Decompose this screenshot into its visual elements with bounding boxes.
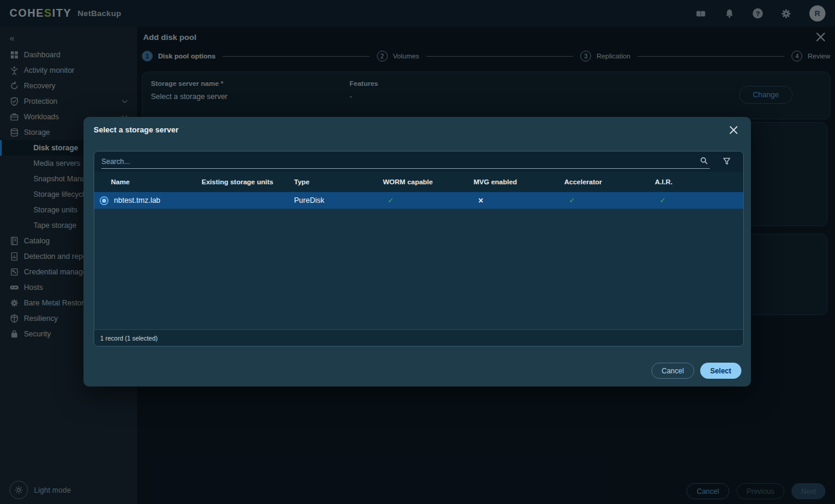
row-radio-selected[interactable] (100, 196, 109, 205)
column-header-name[interactable]: Name (94, 178, 202, 185)
search-icon (700, 156, 709, 165)
select-storage-server-dialog: Select a storage server Name Existing st… (84, 117, 751, 386)
dialog-cancel-button[interactable]: Cancel (651, 363, 694, 379)
table-header-row: Name Existing storage units Type WORM ca… (94, 172, 743, 192)
column-header-accelerator[interactable]: Accelerator (564, 178, 655, 185)
column-header-type[interactable]: Type (294, 178, 383, 185)
mvg-enabled-x-icon: × (474, 196, 564, 205)
worm-capable-check-icon: ✓ (383, 196, 474, 205)
table-row-nbtest[interactable]: nbtest.tmz.lab PureDisk ✓ × ✓ ✓ (94, 192, 743, 209)
column-header-mvg-enabled[interactable]: MVG enabled (474, 178, 564, 185)
filter-funnel-icon[interactable] (722, 157, 731, 166)
dialog-select-button[interactable]: Select (700, 363, 741, 379)
column-header-air[interactable]: A.I.R. (655, 178, 743, 185)
accelerator-check-icon: ✓ (564, 196, 655, 205)
table-empty-area (94, 209, 743, 329)
storage-server-table-panel: Name Existing storage units Type WORM ca… (94, 151, 744, 347)
dialog-close-icon[interactable] (728, 125, 740, 137)
storage-server-name-cell: nbtest.tmz.lab (114, 196, 160, 205)
search-input[interactable] (101, 157, 710, 166)
dialog-title: Select a storage server (94, 125, 178, 134)
column-header-worm-capable[interactable]: WORM capable (383, 178, 474, 185)
search-underline (101, 168, 710, 169)
air-check-icon: ✓ (655, 196, 743, 205)
table-record-count: 1 record (1 selected) (94, 329, 743, 346)
table-search-row (94, 151, 743, 172)
search-field[interactable] (101, 151, 710, 172)
type-cell: PureDisk (294, 196, 383, 205)
dialog-actions: Cancel Select (651, 363, 741, 379)
column-header-existing-storage-units[interactable]: Existing storage units (202, 178, 294, 185)
